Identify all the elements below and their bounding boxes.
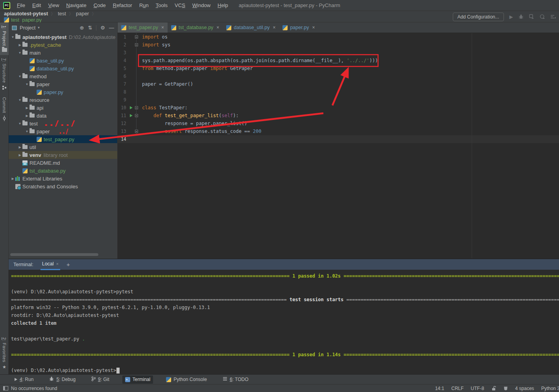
terminal-output[interactable]: ========================================… bbox=[9, 270, 559, 374]
breadcrumb-file[interactable]: test_paper.py bbox=[4, 17, 99, 23]
menu-navigate[interactable]: Navigate bbox=[63, 2, 90, 8]
tree-row[interactable]: ▶venvlibrary root bbox=[9, 151, 117, 159]
gear-icon[interactable]: ⚙ bbox=[100, 25, 105, 31]
line-separator[interactable]: CRLF bbox=[451, 386, 463, 391]
fold-marker-icon[interactable] bbox=[134, 106, 139, 109]
tree-row[interactable]: ▶api bbox=[9, 104, 117, 112]
chevron-right-icon[interactable]: ▶ bbox=[24, 114, 30, 118]
toolwindow-toggle-icon[interactable] bbox=[3, 386, 8, 390]
close-icon[interactable]: × bbox=[56, 261, 59, 266]
tree-row[interactable]: ▶External Libraries bbox=[9, 175, 117, 182]
toolwindow-button-5-debug[interactable]: 5: Debug bbox=[46, 375, 78, 384]
tree-row[interactable]: ▼test bbox=[9, 120, 117, 127]
chevron-right-icon[interactable]: ▶ bbox=[17, 145, 22, 149]
tree-row[interactable]: Scratches and Consoles bbox=[9, 182, 117, 190]
tree-row[interactable]: database_util.py bbox=[9, 64, 117, 72]
tree-row[interactable]: test_paper.py bbox=[9, 135, 117, 143]
tree-row[interactable]: base_util.py bbox=[9, 57, 117, 64]
stripe-button-2-favorites[interactable]: 2: Favorites★ bbox=[0, 334, 9, 373]
menu-file[interactable]: File bbox=[13, 2, 29, 8]
menu-vcs[interactable]: VCS bbox=[171, 2, 189, 8]
toolwindow-button-python-console[interactable]: Python Console bbox=[163, 375, 210, 384]
tree-row[interactable]: ▼apiautotest-pytestD:\02.Auto\apiautote bbox=[9, 33, 117, 41]
chevron-down-icon[interactable]: ▼ bbox=[24, 130, 30, 133]
tree-row[interactable]: ▼method bbox=[9, 72, 117, 80]
toolwindow-button-9-git[interactable]: 9: Git bbox=[89, 375, 112, 384]
editor-tab-test_paper.py[interactable]: test_paper.py× bbox=[118, 22, 168, 33]
menu-tools[interactable]: Tools bbox=[152, 2, 171, 8]
fold-marker-icon[interactable] bbox=[134, 130, 139, 133]
menu-run[interactable]: Run bbox=[136, 2, 152, 8]
chevron-down-icon[interactable]: ▼ bbox=[17, 51, 22, 55]
highlighting-level-icon[interactable] bbox=[503, 386, 508, 391]
breadcrumb-item[interactable]: test bbox=[58, 11, 66, 17]
run-test-icon[interactable] bbox=[129, 114, 134, 117]
tree-row[interactable]: ▶.pytest_cache bbox=[9, 41, 117, 49]
toolwindow-button-4-run[interactable]: 4: Run bbox=[12, 375, 36, 384]
toolwindow-button-terminal[interactable]: >_Terminal bbox=[122, 375, 153, 384]
stripe-button-1-project[interactable]: 1: Project bbox=[0, 22, 9, 55]
more-toolbar-icon[interactable] bbox=[550, 14, 556, 19]
project-view-title[interactable]: Project bbox=[20, 25, 35, 31]
new-terminal-session-icon[interactable]: + bbox=[66, 261, 70, 268]
chevron-right-icon[interactable]: ▶ bbox=[17, 43, 22, 47]
menu-refactor[interactable]: Refactor bbox=[109, 2, 136, 8]
editor-tab-tst_database.py[interactable]: tst_database.py× bbox=[168, 22, 223, 33]
chevron-down-icon[interactable]: ▼ bbox=[17, 98, 22, 102]
close-icon[interactable]: × bbox=[161, 25, 164, 30]
fold-marker-icon[interactable] bbox=[134, 43, 139, 46]
locate-file-icon[interactable]: ⊕ bbox=[80, 25, 84, 31]
hide-panel-icon[interactable]: — bbox=[109, 25, 114, 31]
chevron-down-icon[interactable]: ▼ bbox=[10, 35, 15, 39]
tree-row[interactable]: ▼paper bbox=[9, 127, 117, 135]
tree-row[interactable]: ▶data bbox=[9, 112, 117, 120]
menu-edit[interactable]: Edit bbox=[29, 2, 44, 8]
python-interpreter[interactable]: Python 3.9 bbox=[541, 386, 559, 391]
menu-view[interactable]: View bbox=[44, 2, 63, 8]
chevron-down-icon[interactable]: ▼ bbox=[17, 75, 22, 78]
chevron-right-icon[interactable]: ▶ bbox=[17, 153, 22, 157]
chevron-down-icon[interactable]: ▼ bbox=[37, 26, 40, 29]
chevron-right-icon[interactable]: ▶ bbox=[24, 106, 30, 110]
profiler-icon[interactable] bbox=[540, 14, 545, 19]
menu-window[interactable]: Window bbox=[189, 2, 214, 8]
breadcrumb-item[interactable]: apiautotest-pytest bbox=[4, 11, 48, 17]
indent-setting[interactable]: 4 spaces bbox=[515, 386, 534, 391]
editor-tab-database_util.py[interactable]: database_util.py× bbox=[223, 22, 279, 33]
chevron-down-icon[interactable]: ▼ bbox=[17, 122, 22, 125]
stripe-button-commit[interactable]: Commit bbox=[0, 94, 9, 125]
tree-row[interactable]: ▼resource bbox=[9, 96, 117, 104]
menu-code[interactable]: Code bbox=[90, 2, 109, 8]
breadcrumb-item[interactable]: paper bbox=[76, 11, 89, 17]
collapse-all-icon[interactable]: ⇅ bbox=[88, 25, 92, 31]
run-test-icon[interactable] bbox=[129, 106, 134, 109]
debug-icon[interactable] bbox=[518, 14, 524, 19]
code-editor[interactable]: 1import os2import sys34sys.path.append(o… bbox=[118, 33, 559, 258]
tree-row[interactable]: ▶util bbox=[9, 143, 117, 151]
terminal-tab-local[interactable]: Local × bbox=[41, 259, 60, 270]
fold-marker-icon[interactable] bbox=[134, 114, 139, 117]
close-icon[interactable]: × bbox=[216, 25, 219, 30]
close-icon[interactable]: × bbox=[312, 25, 315, 30]
chevron-right-icon[interactable]: ▶ bbox=[10, 177, 15, 180]
lock-icon[interactable] bbox=[491, 386, 496, 391]
menu-help[interactable]: Help bbox=[214, 2, 232, 8]
tree-row[interactable]: README.md bbox=[9, 159, 117, 167]
tree-row[interactable]: paper.py bbox=[9, 88, 117, 96]
terminal-line bbox=[11, 359, 559, 366]
coverage-icon[interactable] bbox=[529, 14, 534, 19]
file-encoding[interactable]: UTF-8 bbox=[471, 386, 484, 391]
tree-row[interactable]: ▼main bbox=[9, 49, 117, 57]
editor-tab-paper.py[interactable]: paper.py× bbox=[279, 22, 318, 33]
caret-position[interactable]: 14:1 bbox=[435, 386, 444, 391]
tree-row[interactable]: tst_database.py bbox=[9, 167, 117, 175]
add-configuration-button[interactable]: Add Configuration... bbox=[453, 13, 504, 21]
chevron-down-icon[interactable]: ▼ bbox=[24, 83, 30, 86]
fold-marker-icon[interactable] bbox=[134, 35, 139, 39]
run-icon[interactable]: ▶ bbox=[509, 14, 513, 20]
tree-row[interactable]: ▼paper bbox=[9, 80, 117, 88]
stripe-button-7-structure[interactable]: 7: Structure bbox=[0, 55, 9, 94]
horizontal-scrollbar[interactable] bbox=[10, 253, 98, 256]
close-icon[interactable]: × bbox=[273, 25, 275, 30]
toolwindow-button-6-todo[interactable]: 6: TODO bbox=[220, 375, 251, 384]
